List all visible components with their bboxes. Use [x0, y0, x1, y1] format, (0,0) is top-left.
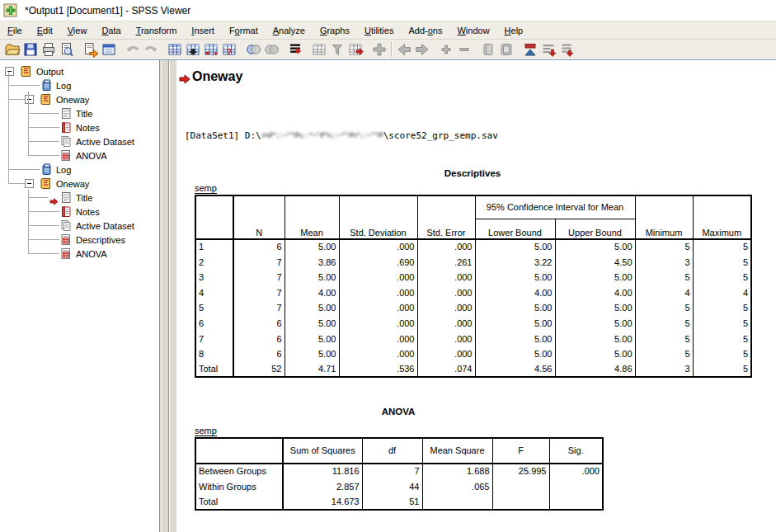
tree-item-title-3[interactable]: Title [59, 106, 92, 120]
show-output-icon[interactable] [479, 41, 497, 59]
tree-item-output-0[interactable]: Output [20, 64, 63, 78]
tree-item-title-9[interactable]: Title [59, 191, 92, 205]
goto-data-icon[interactable] [166, 41, 184, 59]
open-file-icon[interactable] [3, 41, 21, 59]
tree-item-active-dataset-11[interactable]: Active Dataset [59, 219, 134, 233]
menu-file[interactable]: File [0, 23, 30, 38]
navigate-back-icon[interactable] [395, 41, 413, 59]
variables-icon[interactable] [202, 41, 220, 59]
table-cell: 5 [693, 346, 751, 362]
menu-format[interactable]: Format [222, 23, 266, 38]
menu-utilities[interactable]: Utilities [357, 23, 401, 38]
table-icon [59, 149, 73, 162]
descriptives-table[interactable]: N Mean Std. Deviation Std. Error 95% Con… [195, 195, 752, 378]
table-cell: 5.00 [285, 316, 339, 332]
tree-item-descriptives-12[interactable]: Descriptives [59, 233, 125, 247]
col-header: F [492, 438, 549, 464]
hide-output-icon[interactable] [497, 41, 515, 59]
tree-item-notes-4[interactable]: Notes [59, 120, 100, 134]
save-file-icon[interactable] [21, 41, 40, 59]
undo-icon[interactable] [124, 41, 142, 59]
expand-icon[interactable] [437, 41, 455, 59]
use-sets-icon[interactable] [244, 41, 262, 59]
tree-expander[interactable] [25, 95, 34, 104]
spss-viewer-window: *Output1 [Document1] - SPSS Viewer FileE… [0, 0, 776, 532]
table-cell: 5.00 [555, 316, 635, 332]
menu-view[interactable]: View [60, 23, 95, 38]
tree-item-notes-10[interactable]: Notes [59, 205, 100, 219]
find-icon[interactable]: ? [220, 41, 238, 59]
insert-heading-icon[interactable] [557, 41, 576, 59]
col-header: N [233, 195, 285, 239]
menu-graphs[interactable]: Graphs [313, 23, 357, 38]
collapse-icon[interactable] [455, 41, 473, 59]
col-header: Sig. [549, 438, 603, 464]
anova-corner-label: semp [195, 426, 217, 436]
tree-expander[interactable] [25, 179, 34, 188]
table-cell: .000 [417, 316, 475, 332]
table-cell: 3.22 [475, 255, 555, 271]
menu-insert[interactable]: Insert [184, 23, 222, 38]
menu-window[interactable]: Window [449, 23, 496, 38]
tree-item-log-1[interactable]: Log [40, 78, 71, 92]
table-cell: .065 [422, 479, 492, 495]
menu-transform[interactable]: Transform [129, 23, 185, 38]
table-cell: 4 [195, 285, 233, 301]
table-cell: .000 [417, 300, 475, 316]
tree-item-anova-13[interactable]: ANOVA [59, 247, 107, 261]
print-preview-icon[interactable] [58, 41, 76, 59]
tree-item-oneway-8[interactable]: Oneway [40, 177, 89, 191]
table-cell: 4.00 [555, 285, 635, 301]
pane-splitter[interactable] [159, 60, 177, 532]
navigate-forward-icon[interactable] [413, 41, 431, 59]
weight-cases-icon[interactable] [328, 41, 346, 59]
output-content-pane[interactable]: Oneway [DataSet1] D:\x%#*;:~^*#%;:*~^#*%… [176, 60, 776, 532]
show-all-variables-icon[interactable] [262, 41, 280, 59]
move-icon[interactable] [370, 41, 388, 59]
table-cell: .536 [339, 362, 417, 378]
table-cell: .000 [339, 332, 417, 347]
table-cell: .000 [417, 285, 475, 301]
col-header: Mean [285, 195, 339, 239]
table-cell: 5.00 [285, 346, 339, 362]
tree-expander[interactable] [5, 67, 14, 76]
run-script-icon[interactable] [286, 41, 304, 59]
menu-edit[interactable]: Edit [30, 23, 60, 38]
table-cell: 5 [693, 270, 751, 285]
dataset-icon [59, 219, 73, 232]
recall-dialog-icon[interactable] [100, 41, 118, 59]
tree-item-log-7[interactable]: Log [40, 162, 71, 177]
promote-output-icon[interactable] [521, 41, 539, 59]
menu-help[interactable]: Help [497, 23, 531, 38]
descriptives-title: Descriptives [195, 168, 750, 178]
table-cell: 7 [233, 300, 285, 316]
log-icon [40, 79, 53, 92]
col-header: Mean Square [422, 438, 492, 464]
menu-bar: FileEditViewDataTransformInsertFormatAna… [0, 21, 776, 40]
redo-icon[interactable] [142, 41, 160, 59]
insert-data-icon[interactable] [346, 41, 364, 59]
current-item-arrow-icon [49, 194, 59, 201]
goto-case-icon[interactable] [184, 41, 202, 59]
table-cell: 5 [635, 332, 693, 347]
table-cell [492, 479, 549, 495]
select-cases-icon[interactable] [310, 41, 328, 59]
export-output-icon[interactable] [82, 41, 100, 59]
table-cell: 6 [195, 316, 233, 332]
notes-icon [59, 205, 73, 218]
outline-tree-panel[interactable]: Output Log Oneway Title Notes Active Dat… [0, 60, 159, 532]
tree-item-oneway-2[interactable]: Oneway [40, 92, 89, 106]
anova-table[interactable]: Sum of SquaresdfMean SquareFSig.Between … [195, 437, 604, 511]
table-cell: 5 [693, 316, 751, 332]
tree-item-anova-6[interactable]: ANOVA [59, 148, 107, 162]
col-header: Maximum [693, 195, 751, 239]
print-icon[interactable] [40, 41, 58, 59]
table-cell: 6 [233, 316, 285, 332]
table-cell: 5.00 [475, 239, 555, 255]
tree-item-active-dataset-5[interactable]: Active Dataset [59, 134, 134, 148]
menu-add-ons[interactable]: Add-ons [401, 23, 449, 38]
menu-data[interactable]: Data [94, 23, 128, 38]
demote-output-icon[interactable] [539, 41, 557, 59]
menu-analyze[interactable]: Analyze [266, 23, 313, 38]
table-cell: .000 [339, 285, 417, 301]
